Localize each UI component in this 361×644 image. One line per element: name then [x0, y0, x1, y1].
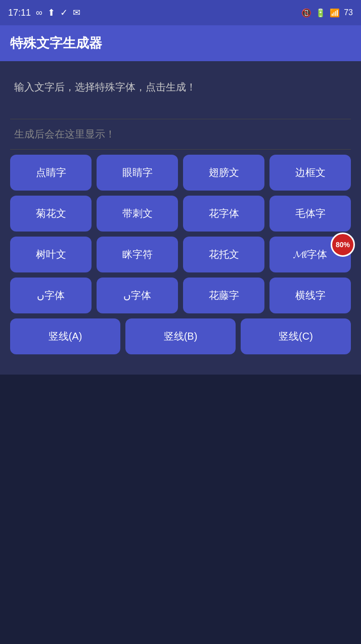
btn-dai-ci[interactable]: 带刺文	[97, 196, 178, 232]
buttons-row-1: 点睛字 眼睛字 翅膀文 边框文	[10, 155, 351, 191]
btn-heng-xian[interactable]: 横线字	[269, 278, 351, 313]
battery-level: 73	[344, 8, 353, 17]
phone-icon: 📵	[301, 8, 311, 18]
buttons-row-5: 竖线(A) 竖线(B) 竖线(C)	[10, 318, 351, 354]
output-area: 生成后会在这里显示！	[10, 119, 351, 150]
btn-arabic2[interactable]: ﮞ字体	[97, 278, 178, 313]
btn-hua-teng[interactable]: 花藤字	[183, 278, 264, 313]
ml-badge: 80%	[331, 233, 355, 257]
app-bar: 特殊文字生成器	[0, 25, 361, 61]
status-right: 📵 🔋 📶 73	[301, 8, 353, 18]
btn-yan-jing[interactable]: 眼睛字	[97, 155, 178, 191]
notification-icon: ✉	[73, 7, 80, 18]
btn-shu-ye[interactable]: 树叶文	[10, 237, 92, 272]
status-bar: 17:11 ∞ ⬆ ✓ ✉ 📵 🔋 📶 73	[0, 0, 361, 25]
status-time: 17:11	[8, 8, 31, 18]
btn-arabic1[interactable]: ﮞ字体	[10, 278, 92, 313]
btn-ju-hua[interactable]: 菊花文	[10, 196, 92, 232]
upload-icon: ⬆	[48, 7, 55, 18]
app-title: 特殊文字生成器	[10, 35, 102, 51]
input-hint: 输入文字后，选择特殊字体，点击生成！	[10, 79, 351, 95]
btn-zhu-xian-c[interactable]: 竖线(C)	[241, 318, 351, 354]
btn-mie-zi[interactable]: 眯字符	[97, 237, 178, 272]
buttons-row-4: ﮞ字体 ﮞ字体 花藤字 横线字	[10, 278, 351, 313]
bottom-area	[0, 375, 361, 466]
btn-mao-ti[interactable]: 毛体字	[269, 196, 351, 232]
buttons-row-2: 菊花文 带刺文 花字体 毛体字	[10, 196, 351, 232]
btn-chi-peng[interactable]: 翅膀文	[183, 155, 264, 191]
status-left: 17:11 ∞ ⬆ ✓ ✉	[8, 7, 80, 18]
btn-hua-tuo[interactable]: 花托文	[183, 237, 264, 272]
btn-ml-zi[interactable]: 𝓜ℓ字体 80%	[269, 237, 351, 272]
buttons-section: 点睛字 眼睛字 翅膀文 边框文 菊花文 带刺文 花字体 毛体	[10, 150, 351, 364]
btn-zhu-xian-b[interactable]: 竖线(B)	[125, 318, 236, 354]
btn-zhu-xian-a[interactable]: 竖线(A)	[10, 318, 120, 354]
output-hint: 生成后会在这里显示！	[14, 128, 115, 140]
input-area: 输入文字后，选择特殊字体，点击生成！	[10, 71, 351, 119]
text-input[interactable]	[10, 95, 351, 115]
btn-hua-zi[interactable]: 花字体	[183, 196, 264, 232]
infinity-icon: ∞	[36, 8, 42, 18]
wifi-icon: 📶	[330, 8, 340, 18]
check-circle-icon: ✓	[60, 7, 68, 18]
main-content: 输入文字后，选择特殊字体，点击生成！ 生成后会在这里显示！ 点睛字 眼睛字 翅膀…	[0, 61, 361, 375]
btn-dian-jing[interactable]: 点睛字	[10, 155, 92, 191]
buttons-row-3: 树叶文 眯字符 花托文 𝓜ℓ字体 80%	[10, 237, 351, 272]
btn-bian-kuang[interactable]: 边框文	[269, 155, 351, 191]
battery-icon: 🔋	[315, 8, 326, 18]
